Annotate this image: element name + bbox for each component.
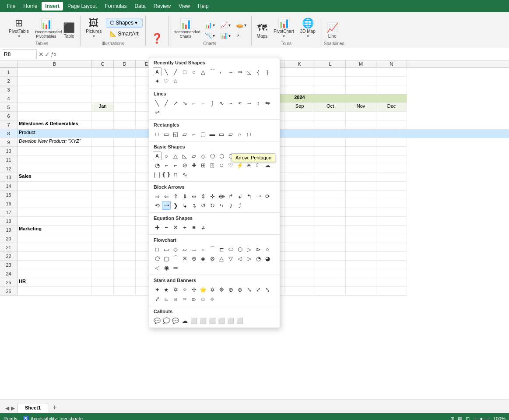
cell-l1[interactable] (315, 68, 346, 77)
callout-line3[interactable]: ⬜ (208, 316, 217, 325)
shape-text-a[interactable]: A (153, 67, 161, 76)
star-24pt[interactable]: ⊕ (226, 285, 235, 294)
fc-or[interactable]: ⊕ (190, 254, 198, 263)
eq-equals[interactable]: ≡ (190, 223, 198, 232)
shape-brace-open[interactable]: { (254, 67, 263, 76)
table-button[interactable]: ⬛ Table (60, 21, 77, 40)
ba-qr1[interactable]: ⤷ (217, 201, 226, 210)
bs-donut[interactable]: ◎ (263, 152, 272, 160)
cancel-formula-icon[interactable]: ✕ (39, 51, 44, 58)
ba-lr[interactable]: ⇔ (190, 192, 198, 201)
line-freeform[interactable]: ~ (226, 99, 235, 107)
line-elbow2[interactable]: ⌐ (199, 99, 207, 107)
view-page-layout[interactable]: ▦ (458, 416, 462, 420)
bs-flowchart-terminator[interactable]: ⊓ (171, 170, 180, 179)
banner-up[interactable]: ⤡ (245, 285, 253, 294)
shape-line-diag1[interactable]: ╲ (162, 67, 171, 76)
tab-prev-button[interactable]: ◀ (5, 405, 9, 411)
callout-line2[interactable]: ⬜ (199, 316, 207, 325)
star-8pt[interactable]: ✢ (190, 285, 198, 294)
fc-manual-input[interactable]: ▷ (245, 245, 253, 254)
cell-b2[interactable] (18, 77, 92, 85)
accessibility-status[interactable]: ♿ Accessibility: Investigate (23, 416, 83, 420)
tab-next-button[interactable]: ▶ (11, 405, 15, 411)
month-oct[interactable]: Oct (315, 103, 346, 112)
fc-internal[interactable]: ▫ (199, 245, 207, 254)
menu-help[interactable]: Help (194, 2, 212, 11)
line-arrow2[interactable]: ↘ (180, 99, 189, 107)
shape-brace-close[interactable]: } (263, 67, 272, 76)
ba-left[interactable]: ⇐ (162, 192, 171, 201)
ba-right-callout[interactable]: ↳ (180, 201, 189, 210)
ba-curved-right[interactable]: ⟳ (263, 192, 272, 201)
shape-arrow-right[interactable]: → (226, 67, 235, 76)
cell-m1[interactable] (346, 68, 376, 77)
fc-alt-process[interactable]: ▭ (162, 245, 171, 254)
rect-frame[interactable]: □ (245, 130, 253, 138)
star-10pt[interactable]: ⭐ (199, 285, 207, 294)
shape-triangle[interactable]: △ (199, 67, 207, 76)
star-6pt[interactable]: ✡ (171, 285, 180, 294)
menu-file[interactable]: File (4, 2, 19, 11)
fc-terminator[interactable]: ⬭ (226, 245, 235, 254)
view-normal[interactable]: ⊞ (450, 416, 454, 420)
eq-times[interactable]: ✕ (171, 223, 180, 232)
bs-heart[interactable]: ♡ (226, 161, 235, 169)
ba-turn-left[interactable]: ↲ (235, 192, 244, 201)
product-milestone[interactable]: Develop New Product: "XYZ" (18, 138, 92, 147)
menu-formulas[interactable]: Formulas (101, 2, 130, 11)
fc-stored-data[interactable]: ◁ (235, 254, 244, 263)
star-5pt[interactable]: ★ (162, 285, 171, 294)
fc-tape[interactable]: ⌒ (171, 254, 180, 263)
rect-parallelogram[interactable]: ▱ (226, 130, 235, 138)
shape-star5[interactable]: ☆ (171, 77, 180, 85)
bs-cylinder[interactable]: ⌹ (208, 161, 217, 169)
bs-bracket-pair[interactable]: ❲❳ (153, 170, 161, 179)
expand-charts-button[interactable]: ↗ (234, 31, 242, 40)
menu-page-layout[interactable]: Page Layout (64, 2, 100, 11)
fc-data[interactable]: ▱ (180, 245, 189, 254)
bs-half-frame[interactable]: ⌐ (162, 161, 171, 169)
pivot-table-button[interactable]: ⊞ PivotTable ▾ (6, 16, 32, 40)
bs-pie[interactable]: ◔ (153, 161, 161, 169)
ba-ud[interactable]: ⇕ (199, 192, 207, 201)
month-nov[interactable]: Nov (346, 103, 376, 112)
fc-collate[interactable]: ◈ (199, 254, 207, 263)
eq-plus[interactable]: ✚ (153, 223, 161, 232)
milestones-label[interactable]: Milestones & Deliverables (18, 120, 92, 129)
menu-insert[interactable]: Insert (42, 2, 63, 11)
line-sparkline-button[interactable]: 📈 Line (324, 21, 341, 40)
shape-arrow-fat-right[interactable]: ⇒ (235, 67, 244, 76)
smartart-button[interactable]: 📐 SmartArt (106, 29, 142, 39)
fc-card[interactable]: ▢ (162, 254, 171, 263)
shape-rect[interactable]: □ (180, 67, 189, 76)
hr-label[interactable]: HR (18, 278, 92, 287)
ba-up[interactable]: ⇑ (171, 192, 180, 201)
callout-rect[interactable]: 💬 (153, 316, 161, 325)
callout-line1[interactable]: ⬜ (190, 316, 198, 325)
bs-num2[interactable]: ② (254, 152, 263, 160)
fc-connector[interactable]: ○ (263, 245, 272, 254)
bs-diagonal-strip[interactable]: ⊘ (180, 161, 189, 169)
bs-sun[interactable]: ☀ (245, 161, 253, 169)
fc-merge[interactable]: ▽ (226, 254, 235, 263)
zoom-slider[interactable]: ──●── (473, 416, 490, 420)
fc-manual-op[interactable]: ⊳ (254, 245, 263, 254)
scatter-chart-button[interactable]: 📉▾ (202, 31, 217, 40)
ba-notch-right[interactable]: ⟴ (217, 192, 226, 201)
shape-right-triangle[interactable]: ◺ (245, 67, 253, 76)
fc-magnetic-disk[interactable]: ◕ (263, 254, 272, 263)
bs-smiley[interactable]: ☺ (217, 161, 226, 169)
line-connector1[interactable]: ↔ (245, 99, 253, 107)
line-arrow1[interactable]: ↗ (171, 99, 180, 107)
shapes-panel-scroll[interactable]: Recently Used Shapes A ╲ ╱ □ ○ △ ⌒ ⌐ → ⇒… (149, 57, 280, 328)
scroll-vertical[interactable]: ⎆ (208, 294, 217, 303)
banner-wave1[interactable]: ⎃ (180, 294, 189, 303)
line-straight1[interactable]: ╲ (153, 99, 161, 107)
bs-plus[interactable]: ✚ (190, 161, 198, 169)
month-jan[interactable]: Jan (92, 103, 114, 112)
view-page-break[interactable]: ⊡ (466, 416, 470, 420)
rect-trapezoid[interactable]: ⏢ (235, 130, 244, 138)
ba-down-callout[interactable]: ↴ (190, 201, 198, 210)
line-curve1[interactable]: ∫ (208, 99, 217, 107)
